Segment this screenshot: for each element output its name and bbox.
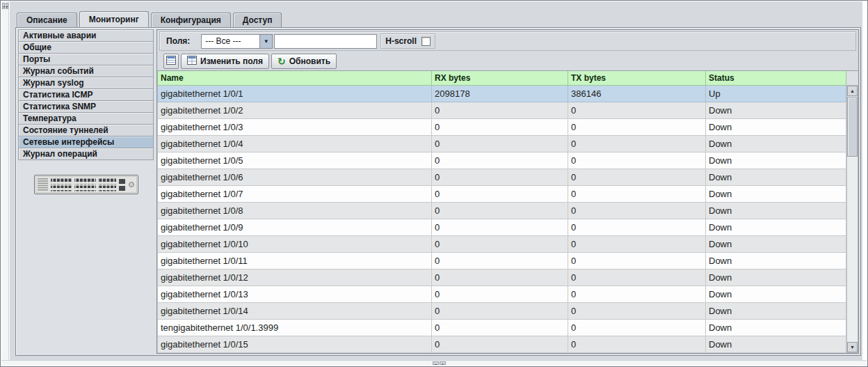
table-cell: 0 bbox=[568, 202, 706, 219]
hscroll-toggle[interactable]: H-scroll bbox=[380, 33, 435, 49]
table-cell: 0 bbox=[568, 118, 706, 135]
table-row[interactable]: gigabitethernet 1/0/1200Down bbox=[158, 269, 846, 286]
table-cell: 0 bbox=[568, 135, 706, 152]
sidebar-item-7[interactable]: Температура bbox=[18, 112, 154, 125]
splitter-left-icon[interactable]: ◂ bbox=[2, 3, 5, 9]
table-row[interactable]: gigabitethernet 1/0/400Down bbox=[158, 135, 846, 152]
table-cell: 0 bbox=[568, 102, 706, 118]
table-cell: gigabitethernet 1/0/12 bbox=[158, 269, 432, 286]
hscroll-checkbox[interactable] bbox=[421, 37, 431, 46]
table-row[interactable]: gigabitethernet 1/0/1400Down bbox=[158, 302, 846, 319]
column-header-3[interactable]: Status bbox=[706, 71, 846, 85]
hscroll-label: H-scroll bbox=[385, 36, 417, 46]
fields-label: Поля: bbox=[166, 36, 190, 46]
edit-fields-icon bbox=[187, 56, 197, 67]
sidebar-item-3[interactable]: Журнал событий bbox=[18, 65, 154, 77]
scrollbar-thumb[interactable] bbox=[847, 97, 858, 157]
sidebar-item-5[interactable]: Статистика ICMP bbox=[18, 88, 154, 101]
sidebar-list: Активные аварииОбщиеПортыЖурнал событийЖ… bbox=[18, 30, 154, 160]
table-row[interactable]: gigabitethernet 1/0/700Down bbox=[158, 185, 846, 202]
table-cell: gigabitethernet 1/0/1 bbox=[158, 85, 432, 102]
table-cell: 0 bbox=[432, 235, 568, 252]
tab-3[interactable]: Доступ bbox=[233, 13, 282, 27]
change-fields-label: Изменить поля bbox=[200, 56, 263, 66]
table-cell: Down bbox=[706, 202, 846, 219]
tab-2[interactable]: Конфигурация bbox=[151, 13, 231, 27]
device-view: ОписаниеМониторингКонфигурацияДоступ Акт… bbox=[10, 1, 862, 360]
sidebar-item-10[interactable]: Журнал операций bbox=[18, 148, 154, 160]
table-cell: 0 bbox=[432, 319, 568, 336]
table-cell: Down bbox=[706, 252, 846, 269]
table-cell: 0 bbox=[568, 152, 706, 169]
column-list-button[interactable] bbox=[163, 54, 179, 69]
table-cell: 386146 bbox=[568, 85, 706, 102]
vertical-scrollbar[interactable]: ▲ ▼ bbox=[846, 85, 858, 353]
sidebar-item-4[interactable]: Журнал syslog bbox=[18, 77, 154, 89]
table-cell: 0 bbox=[432, 252, 568, 269]
table-cell: 0 bbox=[432, 202, 568, 219]
sidebar-item-6[interactable]: Статистика SNMP bbox=[18, 100, 154, 113]
column-header-2[interactable]: TX bytes bbox=[568, 71, 706, 85]
table-cell: 0 bbox=[568, 252, 706, 269]
table-cell: Down bbox=[706, 286, 846, 302]
table-row[interactable]: gigabitethernet 1/0/800Down bbox=[158, 202, 846, 219]
actions-toolbar: Изменить поля ↻ Обновить bbox=[157, 52, 858, 70]
left-splitter[interactable]: ◂ ▸ bbox=[1, 1, 9, 360]
table-row[interactable]: gigabitethernet 1/0/900Down bbox=[158, 219, 846, 235]
table-row[interactable]: gigabitethernet 1/0/1500Down bbox=[158, 336, 846, 352]
refresh-button[interactable]: ↻ Обновить bbox=[271, 54, 337, 69]
table-cell: gigabitethernet 1/0/15 bbox=[158, 336, 432, 352]
table-row[interactable]: gigabitethernet 1/0/300Down bbox=[158, 118, 846, 135]
table-cell: Down bbox=[706, 319, 846, 336]
sidebar-item-9[interactable]: Сетевые интерфейсы bbox=[18, 136, 154, 148]
sidebar-item-2[interactable]: Порты bbox=[18, 53, 154, 65]
splitter-right-icon[interactable]: ▸ bbox=[6, 3, 8, 9]
table-cell: 0 bbox=[568, 286, 706, 302]
table-cell: 0 bbox=[568, 302, 706, 319]
splitter-up-icon[interactable]: ▴ bbox=[433, 361, 439, 365]
tab-bar: ОписаниеМониторингКонфигурацияДоступ bbox=[15, 11, 861, 27]
table-row[interactable]: gigabitethernet 1/0/12098178386146Up bbox=[158, 85, 846, 102]
change-fields-button[interactable]: Изменить поля bbox=[181, 54, 269, 69]
column-header-1[interactable]: RX bytes bbox=[432, 71, 568, 85]
sidebar: Активные аварииОбщиеПортыЖурнал событийЖ… bbox=[17, 29, 155, 354]
tab-0[interactable]: Описание bbox=[17, 13, 77, 27]
refresh-icon: ↻ bbox=[278, 56, 286, 66]
column-header-0[interactable]: Name bbox=[158, 71, 432, 85]
sidebar-item-0[interactable]: Активные аварии bbox=[18, 29, 154, 42]
interfaces-table: NameRX bytesTX bytesStatus gigabitethern… bbox=[157, 71, 846, 353]
scrollbar-header-spacer bbox=[846, 71, 858, 85]
splitter-down-icon[interactable]: ▾ bbox=[440, 361, 446, 365]
bottom-splitter[interactable]: ▴ ▾ bbox=[1, 360, 867, 366]
table-cell: 0 bbox=[432, 286, 568, 302]
table-cell: tengigabitethernet 1/0/1.3999 bbox=[158, 319, 432, 336]
table-cell: gigabitethernet 1/0/4 bbox=[158, 135, 432, 152]
sidebar-item-1[interactable]: Общие bbox=[18, 41, 154, 54]
table-cell: Down bbox=[706, 152, 846, 169]
table-cell: 0 bbox=[432, 135, 568, 152]
table-row[interactable]: gigabitethernet 1/0/200Down bbox=[158, 102, 846, 118]
scrollbar-track[interactable] bbox=[847, 96, 858, 342]
sidebar-item-8[interactable]: Состояние туннелей bbox=[18, 124, 154, 136]
scroll-up-icon[interactable]: ▲ bbox=[847, 86, 858, 96]
table-cell: Down bbox=[706, 118, 846, 135]
table-cell: Down bbox=[706, 102, 846, 118]
table-row[interactable]: tengigabitethernet 1/0/1.399900Down bbox=[158, 319, 846, 336]
table-row[interactable]: gigabitethernet 1/0/600Down bbox=[158, 169, 846, 185]
filter-input[interactable] bbox=[274, 34, 377, 49]
table-cell: 0 bbox=[432, 118, 568, 135]
table-row[interactable]: gigabitethernet 1/0/1300Down bbox=[158, 286, 846, 302]
scrollbar-column: ▲ ▼ bbox=[846, 71, 858, 353]
table-row[interactable]: gigabitethernet 1/0/1100Down bbox=[158, 252, 846, 269]
chevron-down-icon[interactable]: ▼ bbox=[259, 35, 272, 48]
fields-dropdown[interactable]: --- Все --- ▼ bbox=[201, 34, 273, 49]
table-cell: gigabitethernet 1/0/14 bbox=[158, 302, 432, 319]
tab-1[interactable]: Мониторинг bbox=[79, 11, 149, 27]
scroll-down-icon[interactable]: ▼ bbox=[847, 342, 858, 352]
table-cell: gigabitethernet 1/0/3 bbox=[158, 118, 432, 135]
table-row[interactable]: gigabitethernet 1/0/1000Down bbox=[158, 235, 846, 252]
switch-device-image bbox=[34, 171, 138, 201]
table-cell: 0 bbox=[568, 336, 706, 352]
table-cell: 0 bbox=[432, 169, 568, 185]
table-row[interactable]: gigabitethernet 1/0/500Down bbox=[158, 152, 846, 169]
